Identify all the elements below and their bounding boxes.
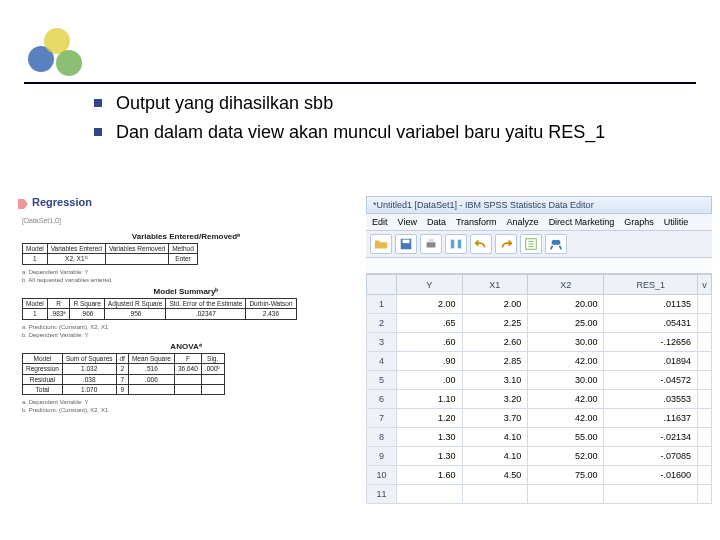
cell[interactable] (698, 295, 712, 314)
open-icon[interactable] (370, 234, 392, 254)
table-row: 2.652.2525.00.05431 (367, 314, 712, 333)
cell[interactable]: 3.10 (462, 371, 528, 390)
cell[interactable]: 55.00 (528, 428, 604, 447)
cell[interactable]: -.01600 (604, 466, 698, 485)
cell[interactable] (698, 371, 712, 390)
row-header[interactable]: 4 (367, 352, 397, 371)
col-res1[interactable]: RES_1 (604, 275, 698, 295)
cell[interactable]: 1.10 (397, 390, 463, 409)
cell[interactable]: 1.30 (397, 428, 463, 447)
cell[interactable]: .11637 (604, 409, 698, 428)
cell[interactable]: 42.00 (528, 352, 604, 371)
cell[interactable] (604, 485, 698, 504)
divider (24, 82, 696, 84)
menu-data[interactable]: Data (427, 217, 446, 227)
cell[interactable] (397, 485, 463, 504)
cell[interactable]: 1.30 (397, 447, 463, 466)
cell[interactable] (698, 390, 712, 409)
cell[interactable]: .65 (397, 314, 463, 333)
menu-edit[interactable]: Edit (372, 217, 388, 227)
row-header[interactable]: 6 (367, 390, 397, 409)
row-header[interactable]: 10 (367, 466, 397, 485)
cell[interactable]: 3.20 (462, 390, 528, 409)
cell[interactable]: 2.00 (462, 295, 528, 314)
cell[interactable]: 30.00 (528, 371, 604, 390)
cell[interactable]: 42.00 (528, 390, 604, 409)
cell[interactable]: .01894 (604, 352, 698, 371)
col-x2[interactable]: X2 (528, 275, 604, 295)
cell[interactable] (698, 428, 712, 447)
cell[interactable]: .01135 (604, 295, 698, 314)
cell[interactable]: 25.00 (528, 314, 604, 333)
cell[interactable] (698, 447, 712, 466)
print-icon[interactable] (420, 234, 442, 254)
anova-table: ModelSum of SquaresdfMean SquareFSig. Re… (22, 353, 225, 395)
col-x1[interactable]: X1 (462, 275, 528, 295)
row-header[interactable]: 1 (367, 295, 397, 314)
undo-icon[interactable] (470, 234, 492, 254)
table-row: 4.902.8542.00.01894 (367, 352, 712, 371)
bullet-2-text: Dan dalam data view akan muncul variabel… (116, 119, 605, 146)
cell[interactable]: -.12656 (604, 333, 698, 352)
cell[interactable]: 2.00 (397, 295, 463, 314)
cell[interactable]: .60 (397, 333, 463, 352)
corner-cell[interactable] (367, 275, 397, 295)
row-header[interactable]: 7 (367, 409, 397, 428)
col-extra[interactable]: v (698, 275, 712, 295)
cell[interactable]: .00 (397, 371, 463, 390)
cell[interactable]: 52.00 (528, 447, 604, 466)
col-y[interactable]: Y (397, 275, 463, 295)
cell[interactable]: 4.50 (462, 466, 528, 485)
goto-icon[interactable] (520, 234, 542, 254)
cell[interactable]: -.04572 (604, 371, 698, 390)
row-header[interactable]: 3 (367, 333, 397, 352)
find-icon[interactable] (545, 234, 567, 254)
menu-graphs[interactable]: Graphs (624, 217, 654, 227)
cell[interactable]: 4.10 (462, 428, 528, 447)
redo-icon[interactable] (495, 234, 517, 254)
cell[interactable]: 75.00 (528, 466, 604, 485)
cell[interactable]: 20.00 (528, 295, 604, 314)
cell[interactable]: 2.85 (462, 352, 528, 371)
menu-direct-marketing[interactable]: Direct Marketing (549, 217, 615, 227)
cell[interactable]: 1.20 (397, 409, 463, 428)
row-header[interactable]: 9 (367, 447, 397, 466)
svg-rect-1 (403, 240, 410, 244)
row-header[interactable]: 8 (367, 428, 397, 447)
cell[interactable]: 3.70 (462, 409, 528, 428)
row-header[interactable]: 2 (367, 314, 397, 333)
menu-analyze[interactable]: Analyze (507, 217, 539, 227)
cell[interactable] (698, 466, 712, 485)
cell[interactable] (698, 352, 712, 371)
formula-bar[interactable] (366, 258, 712, 274)
cell[interactable]: 4.10 (462, 447, 528, 466)
menu-utilities[interactable]: Utilitie (664, 217, 689, 227)
cell[interactable]: .05431 (604, 314, 698, 333)
cell[interactable] (698, 314, 712, 333)
cell[interactable]: 2.25 (462, 314, 528, 333)
bullet-2: Dan dalam data view akan muncul variabel… (94, 119, 684, 146)
cell[interactable]: -.02134 (604, 428, 698, 447)
row-header[interactable]: 11 (367, 485, 397, 504)
table-row: 101.604.5075.00-.01600 (367, 466, 712, 485)
cell[interactable]: 2.60 (462, 333, 528, 352)
cell[interactable]: 30.00 (528, 333, 604, 352)
row-header[interactable]: 5 (367, 371, 397, 390)
toolbar (366, 231, 712, 258)
table-row: 71.203.7042.00.11637 (367, 409, 712, 428)
save-icon[interactable] (395, 234, 417, 254)
cell[interactable]: -.07085 (604, 447, 698, 466)
cell[interactable] (698, 409, 712, 428)
recall-icon[interactable] (445, 234, 467, 254)
menu-view[interactable]: View (398, 217, 417, 227)
cell[interactable] (528, 485, 604, 504)
cell[interactable]: .90 (397, 352, 463, 371)
cell[interactable] (462, 485, 528, 504)
cell[interactable] (698, 333, 712, 352)
cell[interactable]: .03553 (604, 390, 698, 409)
menu-transform[interactable]: Transform (456, 217, 497, 227)
cell[interactable] (698, 485, 712, 504)
cell[interactable]: 42.00 (528, 409, 604, 428)
table-row: 3.602.6030.00-.12656 (367, 333, 712, 352)
cell[interactable]: 1.60 (397, 466, 463, 485)
